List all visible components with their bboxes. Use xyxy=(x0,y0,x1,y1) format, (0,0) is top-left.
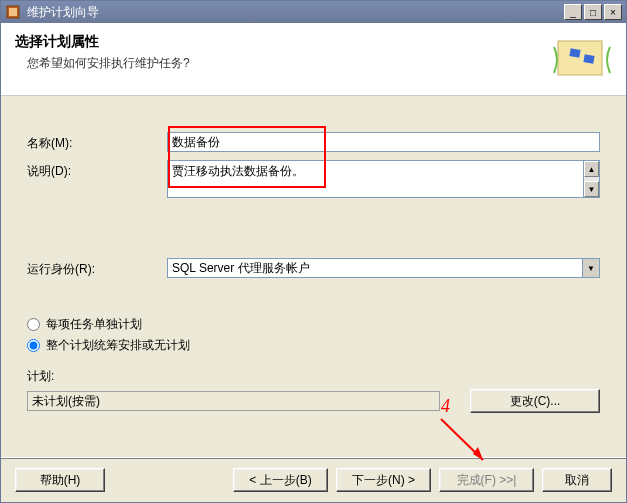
name-row: 名称(M): xyxy=(27,132,600,152)
wizard-window: 维护计划向导 _ □ × 选择计划属性 您希望如何安排执行维护任务? 名称(M)… xyxy=(0,0,627,503)
description-input[interactable] xyxy=(167,160,583,198)
description-label: 说明(D): xyxy=(27,160,167,180)
close-button[interactable]: × xyxy=(604,4,622,20)
runas-select-wrap[interactable]: SQL Server 代理服务帐户 ▼ xyxy=(167,258,600,278)
svg-rect-2 xyxy=(558,41,602,75)
cancel-button[interactable]: 取消 xyxy=(542,468,612,492)
radio-separate-schedule[interactable]: 每项任务单独计划 xyxy=(27,316,600,333)
next-button[interactable]: 下一步(N) > xyxy=(336,468,431,492)
description-scrollbar[interactable]: ▲ ▼ xyxy=(583,160,600,198)
header-panel: 选择计划属性 您希望如何安排执行维护任务? xyxy=(1,23,626,96)
scroll-up-icon[interactable]: ▲ xyxy=(584,161,599,177)
plan-value-input xyxy=(27,391,440,411)
scroll-down-icon[interactable]: ▼ xyxy=(584,181,599,197)
minimize-button[interactable]: _ xyxy=(564,4,582,20)
radio-whole-plan[interactable]: 整个计划统筹安排或无计划 xyxy=(27,337,600,354)
page-heading: 选择计划属性 xyxy=(15,33,552,51)
maximize-button[interactable]: □ xyxy=(584,4,602,20)
footer-panel: 帮助(H) < 上一步(B) 下一步(N) > 完成(F) >>| 取消 xyxy=(1,457,626,502)
runas-row: 运行身份(R): SQL Server 代理服务帐户 ▼ xyxy=(27,258,600,278)
runas-label: 运行身份(R): xyxy=(27,258,167,278)
window-controls: _ □ × xyxy=(564,4,622,20)
name-label: 名称(M): xyxy=(27,132,167,152)
svg-rect-4 xyxy=(583,54,594,64)
body-panel: 名称(M): 说明(D): ▲ ▼ 运行身份(R): SQL Server 代理… xyxy=(1,96,626,457)
plan-section: 计划: 更改(C)... xyxy=(27,368,600,413)
name-input[interactable] xyxy=(167,132,600,152)
titlebar: 维护计划向导 _ □ × xyxy=(1,1,626,23)
back-button[interactable]: < 上一步(B) xyxy=(233,468,328,492)
plan-row: 更改(C)... xyxy=(27,389,600,413)
change-schedule-button[interactable]: 更改(C)... xyxy=(470,389,600,413)
radio-opt1[interactable] xyxy=(27,318,40,331)
header-text: 选择计划属性 您希望如何安排执行维护任务? xyxy=(15,33,552,72)
plan-section-label: 计划: xyxy=(27,368,600,385)
radio-opt2[interactable] xyxy=(27,339,40,352)
window-title: 维护计划向导 xyxy=(27,4,564,21)
radio-opt2-label: 整个计划统筹安排或无计划 xyxy=(46,337,190,354)
annotation-arrow-icon xyxy=(431,414,501,474)
help-button[interactable]: 帮助(H) xyxy=(15,468,105,492)
description-row: 说明(D): ▲ ▼ xyxy=(27,160,600,198)
runas-select[interactable]: SQL Server 代理服务帐户 xyxy=(167,258,583,278)
radio-opt1-label: 每项任务单独计划 xyxy=(46,316,142,333)
chevron-down-icon[interactable]: ▼ xyxy=(583,258,600,278)
svg-rect-3 xyxy=(569,48,580,58)
page-subtext: 您希望如何安排执行维护任务? xyxy=(15,55,552,72)
description-wrap: ▲ ▼ xyxy=(167,160,600,198)
app-icon xyxy=(5,4,21,20)
svg-marker-6 xyxy=(473,447,483,460)
header-illustration-icon xyxy=(552,33,612,85)
svg-rect-1 xyxy=(9,8,17,16)
